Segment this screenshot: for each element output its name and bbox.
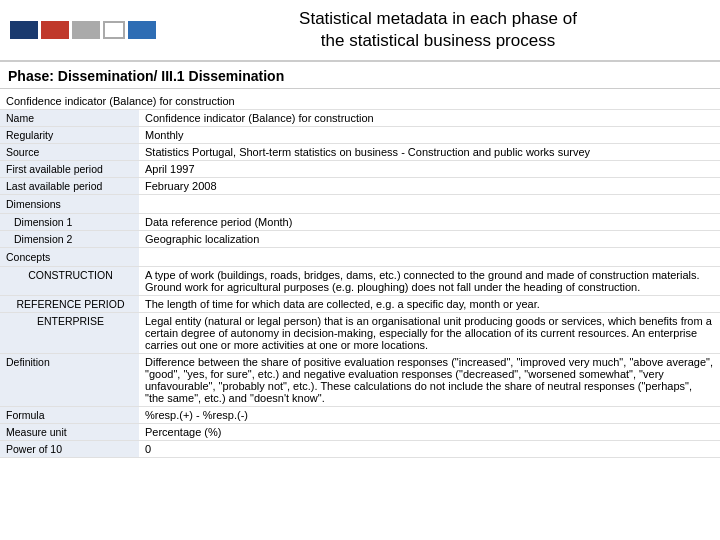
formula-row: Formula %resp.(+) - %resp.(-) xyxy=(0,407,720,424)
definition-row: Definition Difference between the share … xyxy=(0,354,720,407)
logo-block-2 xyxy=(41,21,69,39)
concept-reference-period-label: REFERENCE PERIOD xyxy=(0,296,139,313)
measure-unit-row: Measure unit Percentage (%) xyxy=(0,424,720,441)
dimension-1-label: Dimension 1 xyxy=(0,214,139,231)
row-label: Source xyxy=(0,144,139,161)
dimension-2-label: Dimension 2 xyxy=(0,231,139,248)
dimension-row-1: Dimension 1 Data reference period (Month… xyxy=(0,214,720,231)
concept-construction-value: A type of work (buildings, roads, bridge… xyxy=(139,267,720,296)
formula-value: %resp.(+) - %resp.(-) xyxy=(139,407,720,424)
concept-enterprise-label: ENTERPRISE xyxy=(0,313,139,354)
row-value: Monthly xyxy=(139,127,720,144)
header: Statistical metadata in each phase of th… xyxy=(0,0,720,62)
power-label: Power of 10 xyxy=(0,441,139,458)
row-value: April 1997 xyxy=(139,161,720,178)
header-title: Statistical metadata in each phase of th… xyxy=(166,8,710,52)
row-label: First available period xyxy=(0,161,139,178)
dimension-row-2: Dimension 2 Geographic localization xyxy=(0,231,720,248)
definition-value: Difference between the share of positive… xyxy=(139,354,720,407)
table-row: Name Confidence indicator (Balance) for … xyxy=(0,110,720,127)
concepts-label: Concepts xyxy=(0,248,139,267)
measure-unit-value: Percentage (%) xyxy=(139,424,720,441)
row-label: Name xyxy=(0,110,139,127)
dimensions-label: Dimensions xyxy=(0,195,139,214)
concept-construction-label: CONSTRUCTION xyxy=(0,267,139,296)
concept-row-reference-period: REFERENCE PERIOD The length of time for … xyxy=(0,296,720,313)
logo-block-3 xyxy=(72,21,100,39)
phase-title: Phase: Dissemination/ III.1 Disseminatio… xyxy=(0,62,720,89)
table-row: Last available period February 2008 xyxy=(0,178,720,195)
dimension-1-value: Data reference period (Month) xyxy=(139,214,720,231)
row-value: Statistics Portugal, Short-term statisti… xyxy=(139,144,720,161)
dimensions-header-row: Dimensions xyxy=(0,195,720,214)
power-row: Power of 10 0 xyxy=(0,441,720,458)
logo-block-5 xyxy=(128,21,156,39)
concepts-header-row: Concepts xyxy=(0,248,720,267)
logo-block-1 xyxy=(10,21,38,39)
logo-block-4 xyxy=(103,21,125,39)
content-area: Confidence indicator (Balance) for const… xyxy=(0,89,720,458)
main-table: Confidence indicator (Balance) for const… xyxy=(0,93,720,458)
table-row: First available period April 1997 xyxy=(0,161,720,178)
concept-row-enterprise: ENTERPRISE Legal entity (natural or lega… xyxy=(0,313,720,354)
concept-reference-period-value: The length of time for which data are co… xyxy=(139,296,720,313)
top-label: Confidence indicator (Balance) for const… xyxy=(0,93,720,110)
row-value: Confidence indicator (Balance) for const… xyxy=(139,110,720,127)
formula-label: Formula xyxy=(0,407,139,424)
top-label-row: Confidence indicator (Balance) for const… xyxy=(0,93,720,110)
measure-unit-label: Measure unit xyxy=(0,424,139,441)
row-label: Last available period xyxy=(0,178,139,195)
dimension-2-value: Geographic localization xyxy=(139,231,720,248)
logo xyxy=(10,21,156,39)
row-value: February 2008 xyxy=(139,178,720,195)
concept-row-construction: CONSTRUCTION A type of work (buildings, … xyxy=(0,267,720,296)
row-label: Regularity xyxy=(0,127,139,144)
concept-enterprise-value tall-cell: Legal entity (natural or legal person) t… xyxy=(139,313,720,354)
power-value: 0 xyxy=(139,441,720,458)
definition-label: Definition xyxy=(0,354,139,407)
table-row: Source Statistics Portugal, Short-term s… xyxy=(0,144,720,161)
table-row: Regularity Monthly xyxy=(0,127,720,144)
